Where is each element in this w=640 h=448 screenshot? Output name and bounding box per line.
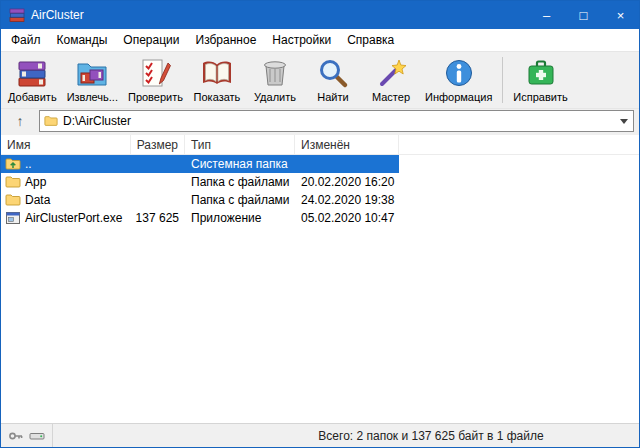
- close-button[interactable]: ×: [602, 1, 639, 29]
- file-name: AirClusterPort.exe: [25, 211, 122, 225]
- extract-icon: [76, 57, 108, 89]
- table-row[interactable]: Data Папка с файлами 24.02.2020 19:38: [1, 191, 399, 209]
- toolbar-button-wizard[interactable]: Мастер: [362, 55, 420, 105]
- file-type: Папка с файлами: [185, 191, 295, 209]
- toolbar-button-info[interactable]: Информация: [420, 55, 497, 105]
- view-icon: [201, 57, 233, 89]
- file-list: Имя Размер Тип Изменён .. Системная папк…: [1, 135, 639, 423]
- file-size: [131, 155, 185, 173]
- status-total-text: Всего: 2 папок и 137 625 байт в 1 файле: [53, 429, 639, 443]
- window-title: AirCluster: [31, 8, 522, 22]
- file-modified: [295, 155, 399, 173]
- column-header-name[interactable]: Имя: [1, 135, 131, 154]
- toolbar-button-label: Информация: [425, 91, 492, 103]
- window-controls: – □ ×: [528, 1, 639, 29]
- find-icon: [317, 57, 349, 89]
- toolbar-button-label: Исправить: [513, 91, 567, 103]
- statusbar: Всего: 2 папок и 137 625 байт в 1 файле: [1, 423, 639, 447]
- up-arrow-icon: ↑: [17, 113, 24, 129]
- path-combobox[interactable]: D:\AirCluster: [39, 110, 634, 132]
- folder-icon: [5, 174, 21, 190]
- maximize-button[interactable]: □: [565, 1, 602, 29]
- file-modified: 20.02.2020 16:20: [295, 173, 399, 191]
- toolbar-button-find[interactable]: Найти: [304, 55, 362, 105]
- titlebar: AirCluster – □ ×: [1, 1, 639, 29]
- toolbar-button-repair[interactable]: Исправить: [508, 55, 572, 105]
- up-directory-button[interactable]: ↑: [3, 110, 37, 132]
- menu-settings[interactable]: Настройки: [264, 30, 339, 50]
- file-name: ..: [25, 157, 32, 171]
- table-row[interactable]: App Папка с файлами 20.02.2020 16:20: [1, 173, 399, 191]
- menu-favorites[interactable]: Избранное: [188, 30, 265, 50]
- minimize-button[interactable]: –: [528, 1, 565, 29]
- toolbar-button-label: Найти: [317, 91, 348, 103]
- app-window: AirCluster – □ × Файл Команды Операции И…: [0, 0, 640, 448]
- menu-file[interactable]: Файл: [3, 30, 49, 50]
- file-size: 137 625: [131, 209, 185, 227]
- toolbar-button-extract[interactable]: Извлечь...: [62, 55, 123, 105]
- toolbar-button-label: Извлечь...: [67, 91, 118, 103]
- toolbar-button-add[interactable]: Добавить: [3, 55, 62, 105]
- toolbar-button-label: Удалить: [254, 91, 296, 103]
- current-path: D:\AirCluster: [63, 114, 610, 128]
- file-modified: 24.02.2020 19:38: [295, 191, 399, 209]
- toolbar: Добавить Извлечь...: [1, 51, 639, 109]
- list-header: Имя Размер Тип Изменён: [1, 135, 639, 155]
- address-bar: ↑ D:\AirCluster: [1, 109, 639, 135]
- table-row[interactable]: .. Системная папка: [1, 155, 399, 173]
- file-name: Data: [25, 193, 50, 207]
- chevron-down-icon: [620, 119, 628, 124]
- app-icon: [9, 7, 25, 23]
- drive-icon[interactable]: [29, 428, 45, 444]
- toolbar-button-test[interactable]: Проверить: [123, 55, 188, 105]
- menu-commands[interactable]: Команды: [49, 30, 116, 50]
- column-header-type[interactable]: Тип: [185, 135, 295, 154]
- application-icon: [5, 210, 21, 226]
- menu-help[interactable]: Справка: [339, 30, 402, 50]
- menu-operations[interactable]: Операции: [115, 30, 187, 50]
- file-type: Системная папка: [185, 155, 295, 173]
- folder-icon: [44, 114, 58, 128]
- toolbar-button-delete[interactable]: Удалить: [246, 55, 304, 105]
- file-type: Приложение: [185, 209, 295, 227]
- dropdown-button[interactable]: [615, 111, 633, 131]
- test-icon: [139, 57, 171, 89]
- delete-icon: [259, 57, 291, 89]
- toolbar-button-label: Добавить: [8, 91, 57, 103]
- file-size: [131, 191, 185, 209]
- file-type: Папка с файлами: [185, 173, 295, 191]
- repair-icon: [525, 57, 557, 89]
- toolbar-button-label: Мастер: [372, 91, 410, 103]
- menubar: Файл Команды Операции Избранное Настройк…: [1, 29, 639, 51]
- toolbar-separator: [502, 57, 503, 103]
- info-icon: [443, 57, 475, 89]
- file-size: [131, 173, 185, 191]
- folder-up-icon: [5, 156, 21, 172]
- file-modified: 05.02.2020 10:47: [295, 209, 399, 227]
- add-archive-icon: [16, 57, 48, 89]
- toolbar-button-label: Показать: [194, 91, 241, 103]
- column-header-modified[interactable]: Изменён: [295, 135, 399, 154]
- wizard-icon: [375, 57, 407, 89]
- column-header-size[interactable]: Размер: [131, 135, 185, 154]
- toolbar-button-label: Проверить: [128, 91, 183, 103]
- folder-icon: [5, 192, 21, 208]
- statusbar-icons: [1, 424, 53, 447]
- file-name: App: [25, 175, 46, 189]
- table-row[interactable]: AirClusterPort.exe 137 625 Приложение 05…: [1, 209, 399, 227]
- toolbar-button-view[interactable]: Показать: [188, 55, 246, 105]
- key-icon[interactable]: [8, 428, 24, 444]
